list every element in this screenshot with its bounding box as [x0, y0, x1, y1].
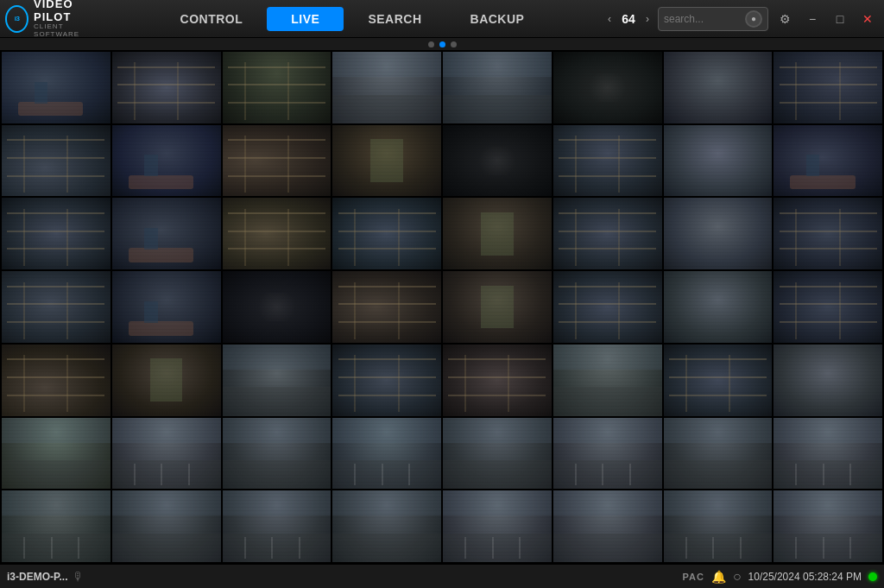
page-prev-button[interactable]: ‹: [604, 11, 615, 27]
dot-1[interactable]: [428, 41, 434, 47]
camera-cell-22[interactable]: [553, 198, 662, 269]
camera-cell-8[interactable]: [774, 52, 882, 123]
camera-cell-44[interactable]: [332, 418, 441, 490]
camera-cell-38[interactable]: [553, 345, 662, 416]
search-input[interactable]: [664, 13, 742, 25]
camera-cell-32[interactable]: [774, 271, 882, 343]
camera-cell-39[interactable]: [664, 345, 773, 416]
camera-cell-29[interactable]: [443, 271, 552, 343]
camera-cell-21[interactable]: [443, 198, 552, 269]
camera-feed-37: [443, 345, 552, 416]
camera-feed-24: [774, 198, 882, 269]
camera-cell-42[interactable]: [112, 418, 221, 490]
camera-feed-1: [2, 52, 110, 123]
camera-feed-9: [2, 125, 110, 197]
camera-feed-54: [553, 490, 662, 562]
page-dots: [0, 38, 884, 50]
dot-2[interactable]: [439, 41, 445, 47]
header-icons: ⚙ − □ ✕: [774, 8, 879, 30]
camera-cell-27[interactable]: [223, 271, 332, 343]
camera-cell-28[interactable]: [332, 271, 441, 343]
camera-cell-19[interactable]: [223, 198, 332, 269]
camera-cell-23[interactable]: [664, 198, 773, 269]
camera-cell-13[interactable]: [443, 125, 552, 197]
camera-cell-14[interactable]: [553, 125, 662, 197]
tab-search[interactable]: SEARCH: [344, 7, 445, 31]
camera-cell-5[interactable]: [443, 52, 552, 123]
camera-feed-28: [332, 271, 441, 343]
camera-feed-45: [443, 418, 552, 490]
camera-cell-52[interactable]: [332, 490, 441, 562]
camera-cell-47[interactable]: [664, 418, 773, 490]
record-indicator: [868, 572, 877, 581]
status-left: i3-DEMO-P... 🎙: [7, 570, 675, 584]
camera-cell-15[interactable]: [664, 125, 773, 197]
tab-control[interactable]: CONTROL: [156, 7, 268, 31]
page-next-button[interactable]: ›: [642, 11, 653, 27]
camera-cell-41[interactable]: [2, 418, 110, 490]
camera-cell-11[interactable]: [223, 125, 332, 197]
microphone-icon[interactable]: 🎙: [73, 570, 85, 584]
camera-feed-29: [443, 271, 552, 343]
camera-cell-48[interactable]: [774, 418, 882, 490]
camera-feed-7: [664, 52, 773, 123]
camera-cell-55[interactable]: [664, 490, 773, 562]
camera-cell-53[interactable]: [443, 490, 552, 562]
header: i3 VIDEO PILOT CLIENT SOFTWARE CONTROL L…: [0, 0, 884, 38]
camera-cell-45[interactable]: [443, 418, 552, 490]
header-right: ‹ 64 › ● ⚙ − □ ✕: [604, 7, 879, 31]
camera-cell-40[interactable]: [774, 345, 882, 416]
camera-feed-18: [112, 198, 221, 269]
camera-cell-37[interactable]: [443, 345, 552, 416]
camera-feed-19: [223, 198, 332, 269]
camera-cell-17[interactable]: [2, 198, 110, 269]
camera-cell-50[interactable]: [112, 490, 221, 562]
camera-cell-25[interactable]: [2, 271, 110, 343]
camera-cell-9[interactable]: [2, 125, 110, 197]
camera-cell-7[interactable]: [664, 52, 773, 123]
search-button[interactable]: ●: [745, 10, 762, 28]
camera-feed-25: [2, 271, 110, 343]
camera-feed-41: [2, 418, 110, 490]
minimize-button[interactable]: −: [801, 8, 824, 30]
camera-cell-35[interactable]: [223, 345, 332, 416]
camera-cell-56[interactable]: [774, 490, 882, 562]
camera-cell-30[interactable]: [553, 271, 662, 343]
nav-tabs: CONTROL LIVE SEARCH BACKUP: [100, 7, 604, 31]
camera-cell-3[interactable]: [223, 52, 332, 123]
circle-icon[interactable]: ○: [733, 569, 742, 585]
camera-cell-4[interactable]: [332, 52, 441, 123]
camera-cell-43[interactable]: [223, 418, 332, 490]
camera-cell-12[interactable]: [332, 125, 441, 197]
camera-feed-48: [774, 418, 882, 490]
datetime: 10/25/2024 05:28:24 PM: [748, 571, 862, 583]
camera-cell-6[interactable]: [553, 52, 662, 123]
camera-cell-33[interactable]: [2, 345, 110, 416]
tab-backup[interactable]: BACKUP: [446, 7, 549, 31]
camera-cell-46[interactable]: [553, 418, 662, 490]
camera-cell-26[interactable]: [112, 271, 221, 343]
camera-cell-24[interactable]: [774, 198, 882, 269]
camera-feed-6: [553, 52, 662, 123]
bell-icon[interactable]: 🔔: [711, 570, 726, 584]
camera-cell-31[interactable]: [664, 271, 773, 343]
camera-cell-1[interactable]: [2, 52, 110, 123]
camera-cell-18[interactable]: [112, 198, 221, 269]
tab-live[interactable]: LIVE: [267, 7, 344, 31]
maximize-button[interactable]: □: [829, 8, 851, 30]
settings-button[interactable]: ⚙: [774, 8, 796, 30]
camera-cell-2[interactable]: [112, 52, 221, 123]
camera-cell-10[interactable]: [112, 125, 221, 197]
camera-feed-26: [112, 271, 221, 343]
camera-cell-49[interactable]: [2, 490, 110, 562]
camera-cell-20[interactable]: [332, 198, 441, 269]
close-button[interactable]: ✕: [856, 8, 879, 30]
camera-cell-36[interactable]: [332, 345, 441, 416]
camera-cell-16[interactable]: [774, 125, 882, 197]
camera-cell-34[interactable]: [112, 345, 221, 416]
camera-feed-46: [553, 418, 662, 490]
dot-3[interactable]: [451, 41, 457, 47]
camera-cell-54[interactable]: [553, 490, 662, 562]
site-name: i3-DEMO-P...: [7, 571, 67, 583]
camera-cell-51[interactable]: [223, 490, 332, 562]
